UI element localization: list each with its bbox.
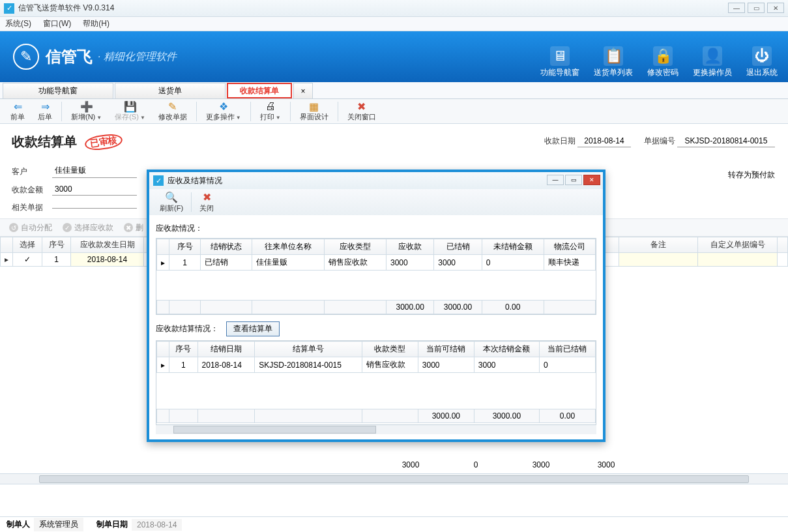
- tab-receipt-settlement[interactable]: 收款结算单: [227, 83, 292, 98]
- power-icon: ⏻: [752, 46, 772, 66]
- tab-delivery[interactable]: 送货单: [115, 83, 226, 98]
- minimize-button[interactable]: —: [728, 3, 745, 13]
- close-window-button[interactable]: ✖关闭窗口: [341, 100, 383, 122]
- banner-exit[interactable]: ⏻退出系统: [746, 46, 778, 78]
- dialog-minimize[interactable]: —: [547, 175, 564, 185]
- print-button[interactable]: 🖨打印▼: [254, 100, 287, 122]
- col-remark[interactable]: 备注: [619, 237, 698, 253]
- make-date-label: 制单日期: [96, 519, 128, 530]
- checkbox-icon[interactable]: ✓: [24, 255, 31, 264]
- settlement-table: 序号 结销日期 结算单号 收款类型 当前可结销 本次结销金额 当前已结销 ▸ 1…: [156, 340, 596, 425]
- transfer-prepay-label: 转存为预付款: [728, 170, 775, 181]
- titlebar: ✓ 信管飞送货单软件 V9.0.314 — ▭ ✕: [0, 0, 788, 17]
- lock-icon: 🔒: [653, 46, 673, 66]
- col-select[interactable]: 选择: [13, 237, 42, 253]
- banner-nav-window[interactable]: 🖥功能导航窗: [540, 46, 579, 78]
- menu-system[interactable]: 系统(S): [5, 18, 31, 29]
- menu-window[interactable]: 窗口(W): [43, 18, 71, 29]
- select-receivable-button[interactable]: ✓选择应收款: [57, 222, 119, 233]
- maximize-button[interactable]: ▭: [748, 3, 765, 13]
- related-label: 相关单据: [12, 202, 46, 213]
- prev-doc-button[interactable]: ⇐前单: [4, 100, 31, 122]
- menu-help[interactable]: 帮助(H): [83, 18, 109, 29]
- serial-value[interactable]: SKJSD-20180814-0015: [677, 136, 775, 147]
- banner-switch-user[interactable]: 👤更换操作员: [693, 46, 732, 78]
- view-settlement-button[interactable]: 查看结算单: [226, 321, 280, 336]
- table-row[interactable]: ▸ 1 2018-08-14 SKJSD-20180814-0015 销售应收款…: [157, 357, 596, 373]
- col-custom-serial[interactable]: 自定义单据编号: [698, 237, 778, 253]
- brand-icon: ✎: [13, 44, 39, 70]
- serial-label: 单据编号: [644, 136, 675, 145]
- h-scrollbar[interactable]: [0, 473, 788, 484]
- maker-value: 系统管理员: [34, 518, 83, 531]
- more-button[interactable]: ❖更多操作▼: [199, 100, 248, 122]
- receivable-table: 序号 结销状态 往来单位名称 应收类型 应收款 已结销 未结销金额 物流公司 ▸…: [156, 238, 596, 315]
- new-button[interactable]: ➕新增(N)▼: [65, 100, 108, 122]
- receivable-settlement-dialog: ✓ 应收及结算情况 — ▭ ✕ 🔍刷新(F) ✖关闭 应收款情况： 序号 结销状…: [147, 170, 606, 442]
- settlement-section-label: 应收款结算情况：: [156, 323, 218, 334]
- brand-subtitle: · 精细化管理软件: [98, 50, 177, 64]
- col-date[interactable]: 应收款发生日期: [71, 237, 143, 253]
- save-button[interactable]: 💾保存(S)▼: [108, 100, 152, 122]
- amount-input[interactable]: 3000: [52, 185, 137, 196]
- document-tabs: 功能导航窗 送货单 收款结算单 ×: [0, 82, 788, 99]
- customer-label: 客户: [12, 166, 46, 177]
- dialog-app-icon: ✓: [153, 175, 164, 186]
- page-title: 收款结算单: [12, 133, 77, 151]
- user-icon: 👤: [703, 46, 722, 66]
- amount-label: 收款金额: [12, 185, 46, 196]
- delete-row-button[interactable]: ✖删: [119, 222, 149, 233]
- banner-delivery-list[interactable]: 📋送货单列表: [594, 46, 633, 78]
- dialog-h-scrollbar[interactable]: [156, 425, 596, 434]
- tab-nav-window[interactable]: 功能导航窗: [3, 83, 113, 98]
- layout-button[interactable]: ▦界面设计: [293, 100, 335, 122]
- col-seq[interactable]: 序号: [42, 237, 71, 253]
- auto-allocate-button[interactable]: ↺自动分配: [4, 222, 57, 233]
- list-icon: 📋: [604, 46, 623, 66]
- approved-stamp: 已审核: [84, 132, 123, 152]
- next-doc-button[interactable]: ⇒后单: [31, 100, 59, 122]
- tab-close[interactable]: ×: [293, 83, 313, 98]
- monitor-icon: 🖥: [550, 46, 570, 66]
- make-date-value: 2018-08-14: [132, 519, 182, 531]
- dialog-close-button[interactable]: ✖关闭: [194, 192, 219, 213]
- maker-label: 制单人: [7, 519, 30, 530]
- related-input[interactable]: [52, 207, 137, 209]
- receivable-totals: 3000.00 3000.00 0.00: [157, 301, 596, 314]
- dialog-toolbar: 🔍刷新(F) ✖关闭: [149, 189, 603, 215]
- footer: 制单人 系统管理员 制单日期 2018-08-14: [0, 516, 788, 532]
- edit-button[interactable]: ✎修改单据: [152, 100, 194, 122]
- brand-name: 信管飞: [46, 46, 93, 67]
- receipt-date-value[interactable]: 2018-08-14: [577, 136, 630, 147]
- receivable-section-label: 应收款情况：: [156, 223, 596, 234]
- app-icon: ✓: [4, 3, 14, 14]
- dialog-titlebar[interactable]: ✓ 应收及结算情况 — ▭ ✕: [149, 172, 603, 189]
- dialog-maximize[interactable]: ▭: [565, 175, 582, 185]
- app-title: 信管飞送货单软件 V9.0.314: [18, 3, 114, 14]
- customer-input[interactable]: 佳佳量贩: [52, 165, 137, 178]
- dialog-close[interactable]: ✕: [583, 175, 600, 185]
- table-row[interactable]: ▸ 1 已结销 佳佳量贩 销售应收款 3000 3000 0 顺丰快递: [157, 255, 596, 271]
- close-button[interactable]: ✕: [767, 3, 784, 13]
- banner: ✎ 信管飞 · 精细化管理软件 🖥功能导航窗 📋送货单列表 🔒修改密码 👤更换操…: [0, 31, 788, 82]
- toolbar: ⇐前单 ⇒后单 ➕新增(N)▼ 💾保存(S)▼ ✎修改单据 ❖更多操作▼ 🖨打印…: [0, 99, 788, 124]
- refresh-button[interactable]: 🔍刷新(F): [154, 192, 188, 213]
- dialog-title: 应收及结算情况: [168, 175, 222, 186]
- settlement-totals: 3000.00 3000.00 0.00: [157, 409, 596, 423]
- banner-change-password[interactable]: 🔒修改密码: [647, 46, 679, 78]
- totals-row: 3000 0 3000 3000: [0, 458, 788, 472]
- receipt-date-label: 收款日期: [544, 136, 576, 145]
- menubar: 系统(S) 窗口(W) 帮助(H): [0, 17, 788, 31]
